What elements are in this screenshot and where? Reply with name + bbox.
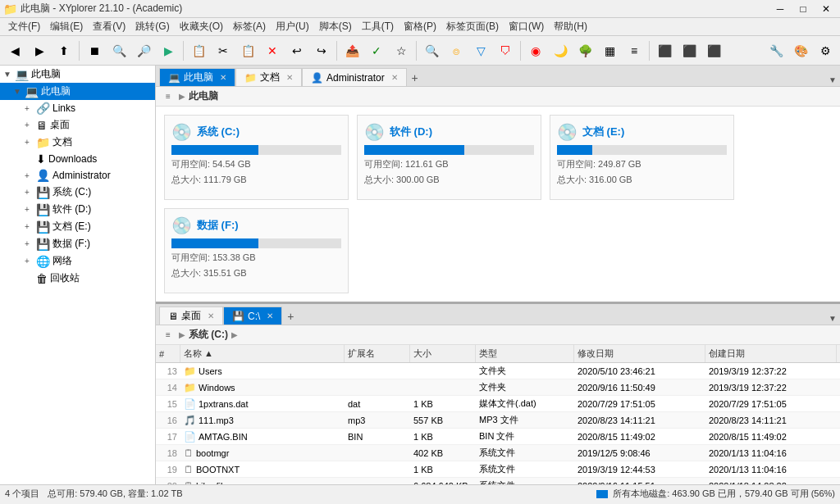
drive-icon: 💿: [171, 216, 192, 235]
undo-button[interactable]: ↩: [285, 39, 308, 62]
paste-button[interactable]: 📋: [236, 39, 259, 62]
expand-icon: +: [25, 205, 36, 214]
col-name[interactable]: 名称 ▲: [180, 345, 345, 362]
stop-button[interactable]: ⏹: [83, 39, 106, 62]
bookmark-button[interactable]: ⛉: [494, 39, 517, 62]
bottom-tab-desktop[interactable]: 🖥 桌面 ✕: [159, 306, 223, 325]
tab-admin[interactable]: 👤 Administrator ✕: [302, 68, 407, 86]
menu-item[interactable]: 标签(A): [228, 18, 271, 35]
drive-card[interactable]: 💿 软件 (D:) 可用空间: 121.61 GB 总大小: 300.00 GB: [357, 115, 541, 200]
go-button[interactable]: ▶: [157, 39, 180, 62]
moon-button[interactable]: 🌙: [549, 39, 572, 62]
menu-item[interactable]: 跳转(G): [130, 18, 174, 35]
tab-dropdown[interactable]: ▼: [829, 75, 837, 84]
list-button[interactable]: ≡: [623, 39, 646, 62]
col-type[interactable]: 类型: [476, 345, 574, 362]
sidebar-item-this-pc-root[interactable]: ▼ 💻 此电脑: [0, 66, 155, 83]
file-type: 系统文件: [476, 479, 574, 484]
tab-close[interactable]: ✕: [220, 73, 226, 82]
minimize-button[interactable]: ─: [769, 2, 791, 16]
tab-docs[interactable]: 📁 文档 ✕: [235, 68, 302, 86]
close-button[interactable]: ✕: [815, 2, 837, 16]
tab-close[interactable]: ✕: [391, 73, 398, 82]
sidebar-item-docs[interactable]: + 📁 文档: [0, 134, 155, 151]
menu-item[interactable]: 收藏夹(O): [175, 18, 228, 35]
table-row[interactable]: 17 📄AMTAG.BIN BIN 1 KB BIN 文件 2020/8/15 …: [156, 429, 840, 445]
filter2-button[interactable]: ▽: [469, 39, 492, 62]
sidebar-item-trash[interactable]: 🗑 回收站: [0, 270, 155, 287]
col-ext[interactable]: 扩展名: [345, 345, 410, 362]
drive-card[interactable]: 💿 系统 (C:) 可用空间: 54.54 GB 总大小: 111.79 GB: [164, 115, 349, 200]
menu-item[interactable]: 文件(F): [3, 18, 45, 35]
delete-button[interactable]: ✕: [261, 39, 284, 62]
search-button2[interactable]: 🔎: [132, 39, 155, 62]
menu-item[interactable]: 编辑(E): [45, 18, 88, 35]
up-button[interactable]: ⬆: [52, 39, 75, 62]
sidebar-item-d[interactable]: + 💾 软件 (D:): [0, 201, 155, 218]
menu-item[interactable]: 标签页面(B): [441, 18, 504, 35]
drive-progress-fill: [171, 145, 258, 155]
menu-item[interactable]: 脚本(S): [314, 18, 357, 35]
menu-item[interactable]: 窗格(P): [399, 18, 441, 35]
tab-close[interactable]: ✕: [286, 73, 293, 82]
view3-button[interactable]: ⬛: [702, 39, 725, 62]
add-bottom-tab-button[interactable]: +: [282, 308, 299, 325]
redo-button[interactable]: ↪: [310, 39, 333, 62]
sidebar-item-admin[interactable]: + 👤 Administrator: [0, 167, 155, 184]
search-button1[interactable]: 🔍: [107, 39, 130, 62]
col-num[interactable]: #: [156, 345, 180, 362]
sidebar-item-desktop[interactable]: + 🖥 桌面: [0, 116, 155, 134]
tools-icon[interactable]: 🔧: [765, 39, 788, 62]
sidebar-item-network[interactable]: + 🌐 网络: [0, 252, 155, 270]
sidebar-item-c[interactable]: + 💾 系统 (C:): [0, 184, 155, 201]
bottom-menu-btn[interactable]: ≡: [161, 328, 176, 343]
menu-btn[interactable]: ≡: [161, 89, 176, 104]
table-row[interactable]: 19 🗒BOOTNXT 1 KB 系统文件 2019/3/19 12:44:53…: [156, 461, 840, 478]
col-created[interactable]: 创建日期: [705, 345, 837, 362]
view1-button[interactable]: ⬛: [653, 39, 676, 62]
menu-item[interactable]: 窗口(W): [504, 18, 549, 35]
col-modified[interactable]: 修改日期: [574, 345, 705, 362]
sidebar-item-this-pc[interactable]: ▼ 💻 此电脑: [0, 83, 155, 100]
menu-item[interactable]: 工具(T): [357, 18, 399, 35]
drive-card[interactable]: 💿 数据 (F:) 可用空间: 153.38 GB 总大小: 315.51 GB: [164, 208, 349, 293]
back-button[interactable]: ◀: [3, 39, 26, 62]
check-button[interactable]: ✓: [365, 39, 388, 62]
sidebar-item-links[interactable]: + 🔗 Links: [0, 100, 155, 116]
table-row[interactable]: 18 🗒bootmgr 402 KB 系统文件 2019/12/5 9:08:4…: [156, 445, 840, 461]
paint-button[interactable]: 🎨: [789, 39, 812, 62]
tab-close[interactable]: ✕: [267, 311, 273, 320]
tab-close[interactable]: ✕: [208, 311, 214, 320]
copy-button[interactable]: 📋: [187, 39, 210, 62]
file-name: 📄AMTAG.BIN: [180, 431, 345, 443]
menu-item[interactable]: 用户(U): [271, 18, 314, 35]
find-button[interactable]: 🔍: [420, 39, 443, 62]
table-row[interactable]: 13 📁Users 文件夹 2020/5/10 23:46:21 2019/3/…: [156, 363, 840, 379]
upload-button[interactable]: 📤: [340, 39, 363, 62]
sidebar-item-e[interactable]: + 💾 文档 (E:): [0, 218, 155, 235]
bottom-tab-c[interactable]: 💾 C:\ ✕: [223, 306, 282, 325]
view2-button[interactable]: ⬛: [678, 39, 701, 62]
table-row[interactable]: 14 📁Windows 文件夹 2020/9/16 11:50:49 2019/…: [156, 379, 840, 396]
menu-item[interactable]: 查看(V): [88, 18, 130, 35]
table-row[interactable]: 15 📄1pxtrans.dat dat 1 KB 媒体文件(.dat) 202…: [156, 396, 840, 412]
menu-item[interactable]: 帮助(H): [549, 18, 592, 35]
tree-button[interactable]: 🌳: [573, 39, 596, 62]
cut-button[interactable]: ✂: [212, 39, 235, 62]
circle-button[interactable]: ◉: [524, 39, 547, 62]
filter-button[interactable]: ⌾: [445, 39, 468, 62]
table-row[interactable]: 16 🎵111.mp3 mp3 557 KB MP3 文件 2020/8/23 …: [156, 412, 840, 429]
forward-button[interactable]: ▶: [28, 39, 51, 62]
star-button[interactable]: ☆: [390, 39, 413, 62]
settings-button[interactable]: ⚙: [814, 39, 837, 62]
add-tab-button[interactable]: +: [407, 70, 423, 86]
tab-this-pc[interactable]: 💻 此电脑 ✕: [159, 68, 235, 86]
grid-button[interactable]: ▦: [598, 39, 621, 62]
col-size[interactable]: 大小: [410, 345, 476, 362]
sidebar-item-downloads[interactable]: ⬇ Downloads: [0, 151, 155, 167]
bottom-tab-dropdown[interactable]: ▼: [829, 314, 837, 323]
table-row[interactable]: 20 🗒hiberfil.sys sys 6,684,640 KB 系统文件 2…: [156, 478, 840, 484]
drive-card[interactable]: 💿 文档 (E:) 可用空间: 249.87 GB 总大小: 316.00 GB: [550, 115, 734, 200]
sidebar-item-f[interactable]: + 💾 数据 (F:): [0, 235, 155, 252]
maximize-button[interactable]: □: [792, 2, 814, 16]
